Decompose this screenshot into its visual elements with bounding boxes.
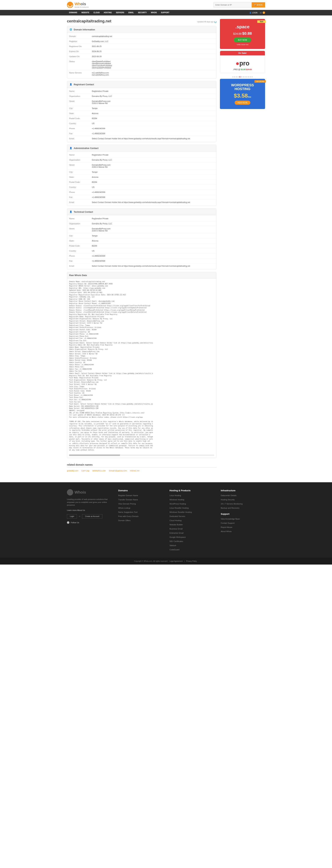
field-value: 85284 [92,245,214,247]
wp-title2: HOSTING [234,87,250,91]
logo[interactable]: Whois identity for everyone [67,2,89,8]
footer-link[interactable]: Backup and Recovery [221,507,240,509]
field-row: State:Arizona [67,111,216,116]
field-row: Postal Code:85284 [67,116,216,121]
field-row: City:Tempe [67,169,216,175]
field-value: Registration Private [92,154,214,156]
carousel-dots[interactable] [220,75,265,79]
field-row: Expires On:2024-06-25 [67,49,216,54]
nav-domains[interactable]: DOMAINS [67,10,79,16]
related-link[interactable]: godaddy.com [67,470,78,472]
footer-link[interactable]: Free with Every Domain [118,515,139,517]
field-label: Status: [69,60,92,69]
field-value: US [92,186,214,188]
nav-support[interactable]: SUPPORT [159,10,171,16]
footer-bottom: Copyright © Whois.com. All rights reserv… [0,558,332,564]
footer-link[interactable]: 24 x 7 Servers Monitoring [221,503,243,505]
footer-link[interactable]: View Knowledge Base [221,518,240,520]
footer-link[interactable]: Transfer Domain Name [118,499,138,501]
pro-old-price: $28.88 [246,68,252,70]
footer-link[interactable]: Cloud Hosting [169,519,182,522]
nav-whois[interactable]: WHOIS [149,10,159,16]
cart-count: 0 [262,11,265,14]
nav-hosting[interactable]: HOSTING [102,10,114,16]
footer-link[interactable]: Windows Reseller Hosting [169,511,192,513]
field-row: Registrar:GoDaddy.com, LLC [67,39,216,44]
login-link[interactable]: 👤 LOGIN [249,12,257,14]
field-label: Phone: [69,255,92,257]
nav-left: DOMAINSWEBSITECLOUDHOSTINGSERVERSEMAILSE… [67,10,171,16]
footer-link[interactable]: Domain Offers [118,519,131,522]
field-value: Arizona [92,112,214,115]
whois-button[interactable]: 🔍 WHOIS [252,2,265,7]
wordpress-promo[interactable]: Introducing WORDPRESSHOSTING $3.58/mo VI… [220,79,265,109]
refresh-icon[interactable] [214,21,216,23]
nav-servers[interactable]: SERVERS [114,10,127,16]
space-promo[interactable]: Sale .space $24.88 $0.88 BUY NOW *while … [220,19,265,49]
panel-title: Registrant Contact [74,83,94,86]
new-price: $0.88 [242,31,252,36]
footer-link[interactable]: Report Abuse [221,526,232,528]
related-link[interactable]: domainsbyproxy.com [109,470,127,472]
related-link[interactable]: web4africa.com [92,470,106,472]
footer-link[interactable]: Register Domain Name [118,494,138,496]
nav-website[interactable]: WEBSITE [79,10,91,16]
field-row: Postal Code:85284 [67,180,216,185]
field-value: Registration Private [92,218,214,220]
footer-link[interactable]: Hosting Security [221,499,234,501]
horizontal-scrollbar[interactable] [69,455,214,456]
create-account-button[interactable]: Create an Account [82,514,102,519]
footer-link[interactable]: Linux Hosting [169,494,181,496]
buy-now-button[interactable]: BUY NOW [234,37,251,42]
admin-panel: 👤Administrative Contact Name:Registratio… [67,145,216,206]
field-label: City: [69,107,92,110]
search-input[interactable] [214,2,252,7]
footer-link[interactable]: View Domain Pricing [118,503,136,505]
footer-link[interactable]: Datacenter Details [221,494,237,496]
about-link[interactable]: Learn more About Us [67,509,85,511]
field-row: Organization:Domains By Proxy, LLC [67,94,216,99]
follow-us[interactable]: Follow Us [67,521,111,524]
footer-link[interactable]: WordPress Hosting [169,503,186,505]
field-row: City:Tempe [67,106,216,111]
field-label: Name: [69,90,92,92]
footer-link[interactable]: Website Builder [169,524,183,526]
field-label: Registrar: [69,40,92,42]
field-value: 85284 [92,117,214,119]
footer-link[interactable]: Google Workspace [169,536,186,538]
footer-link[interactable]: Name Suggestion Tool [118,511,137,513]
field-value: Arizona [92,240,214,242]
footer-link[interactable]: Whois Lookup [118,507,130,509]
footer-link[interactable]: Business Email [169,528,183,530]
footer-link[interactable]: Dedicated Servers [169,515,185,517]
footer-login-button[interactable]: Login [67,514,77,519]
footer-link[interactable]: Windows Hosting [169,499,184,501]
footer-link[interactable]: SSL Certificates [169,540,183,542]
footer-link[interactable]: Enterprise Email [169,532,184,534]
nav-security[interactable]: SECURITY [136,10,149,16]
related-link[interactable]: icann.org [81,470,89,472]
footer-link[interactable]: Sitelock [169,545,176,547]
field-row: Organization:Domains By Proxy, LLC [67,221,216,226]
footer-link[interactable]: Contact Support [221,522,234,524]
legal-link[interactable]: Legal Agreement [169,560,183,562]
nav-cloud[interactable]: CLOUD [91,10,102,16]
footer-link[interactable]: CodeGuard [169,549,179,551]
pro-promo[interactable]: On Sale! ●pro .PRO @ $3.88 $28.88 [220,51,265,73]
nav-email[interactable]: EMAIL [127,10,136,16]
related-link[interactable]: internic.net [130,470,139,472]
field-value: 2024-06-25 [92,50,214,53]
person-icon: 👤 [69,210,72,213]
field-row: Street:DomainsByProxy.com2155 E Warner R… [67,162,216,169]
field-row: Name:Registration Private [67,216,216,221]
footer-link[interactable]: Linux Reseller Hosting [169,507,189,509]
tech-panel: 👤Technical Contact Name:Registration Pri… [67,208,216,270]
footer-link[interactable]: About Whois [221,530,231,532]
cart-link[interactable]: 🛒0 [260,11,265,14]
view-more-button[interactable]: VIEW MORE [234,101,250,105]
field-label: Country: [69,186,92,188]
field-row: State:Arizona [67,175,216,180]
field-value: Domains By Proxy, LLC [92,159,214,161]
panel-title: Technical Contact [74,211,93,213]
privacy-link[interactable]: Privacy Policy [186,560,197,562]
